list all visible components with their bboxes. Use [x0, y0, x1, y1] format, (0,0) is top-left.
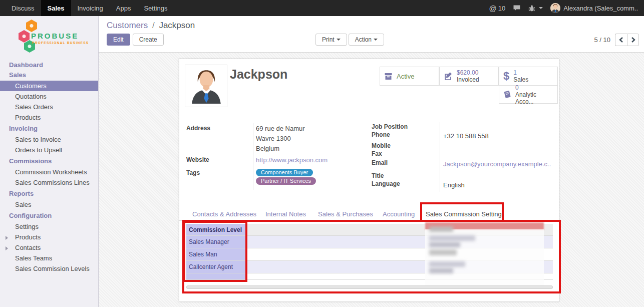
- debug-menu[interactable]: [528, 5, 543, 12]
- email-label: Email: [372, 159, 388, 166]
- top-navbar: Discuss Sales Invoicing Apps Settings @ …: [0, 0, 644, 16]
- menu-settings[interactable]: Settings: [137, 0, 174, 16]
- tag-components-buyer: Components Buyer: [256, 169, 313, 176]
- sidebar-item-products[interactable]: Products: [0, 112, 98, 123]
- record-title: Jackpson: [230, 67, 287, 82]
- sidebar-item-settings[interactable]: Settings: [0, 221, 98, 232]
- pager: 5 / 10: [594, 34, 639, 46]
- redacted-blob: [429, 268, 453, 273]
- analytic-count: 0: [515, 84, 553, 91]
- sidebar-item-sales-teams[interactable]: Sales Teams: [0, 253, 98, 263]
- email-link[interactable]: Jackpson@yourcompany.example.c..: [443, 160, 551, 168]
- print-dropdown-button[interactable]: Print: [315, 34, 347, 46]
- commission-level-cell[interactable]: Callcenter Agent: [186, 261, 245, 273]
- sidebar-item-config-contacts[interactable]: Contacts: [0, 242, 98, 253]
- tab-sales-commission-setting[interactable]: Sales Commission Setting: [426, 210, 502, 218]
- address-line-3: Belgium: [256, 145, 279, 152]
- commission-level-cell[interactable]: Sales Man: [186, 248, 245, 260]
- invoiced-stat-button[interactable]: $620.00 Invoiced: [439, 67, 499, 86]
- sidebar-header-invoicing[interactable]: Invoicing: [0, 123, 98, 134]
- action-dropdown-button[interactable]: Action: [349, 34, 384, 46]
- sidebar-item-quotations[interactable]: Quotations: [0, 91, 98, 102]
- sidebar-item-sales-orders[interactable]: Sales Orders: [0, 102, 98, 112]
- control-panel: Customers / Jackpson Edit Create Print A…: [99, 16, 644, 53]
- menu-discuss[interactable]: Discuss: [5, 0, 41, 16]
- tab-contacts-addresses[interactable]: Contacts & Addresses: [192, 210, 256, 218]
- sidebar-item-customers[interactable]: Customers: [0, 81, 98, 91]
- messages-icon[interactable]: [513, 5, 521, 12]
- redacted-values-region: [425, 229, 544, 285]
- commission-level-cell[interactable]: Sales Manager: [186, 236, 245, 248]
- sidebar-header-configuration[interactable]: Configuration: [0, 210, 98, 221]
- address-line-2: Wavre 1300: [256, 135, 291, 142]
- customer-form-sheet: Jackpson Active $620.00 Invoiced $ 1 Sal…: [179, 59, 559, 302]
- fax-label: Fax: [372, 150, 382, 157]
- analytic-accounts-stat-button[interactable]: 0 Analytic Acco...: [499, 85, 558, 104]
- chevron-right-icon: [6, 246, 8, 250]
- breadcrumb: Customers / Jackpson: [107, 21, 195, 31]
- logo-subtitle: PROFESSIONAL BUSINESS: [32, 41, 89, 45]
- tab-internal-notes[interactable]: Internal Notes: [265, 210, 306, 218]
- invoiced-amount: $620.00: [457, 69, 479, 76]
- menu-invoicing[interactable]: Invoicing: [71, 0, 110, 16]
- app-menu: Discuss Sales Invoicing Apps Settings: [0, 0, 174, 16]
- sidebar-item-sales-commission-levels[interactable]: Sales Commission Levels: [0, 263, 98, 274]
- tag-partner-it-services: Partner / IT Services: [256, 177, 316, 185]
- sales-count: 1: [513, 69, 528, 76]
- breadcrumb-customers-link[interactable]: Customers: [107, 21, 148, 30]
- job-position-label: Job Position: [372, 123, 408, 130]
- edit-pencil-icon: [444, 72, 453, 81]
- address-label: Address: [186, 125, 210, 132]
- pager-counter: 5 / 10: [594, 36, 610, 44]
- pager-previous-button[interactable]: [615, 34, 627, 46]
- mentions-counter[interactable]: @ 10: [489, 4, 505, 13]
- redacted-blob: [429, 242, 460, 247]
- businessman-avatar-image: [187, 67, 226, 106]
- caret-down-icon: [337, 39, 341, 41]
- book-icon: [503, 90, 511, 99]
- tab-accounting[interactable]: Accounting: [383, 210, 415, 218]
- active-stat-button[interactable]: Active: [380, 67, 439, 86]
- field-group-divider: [440, 122, 440, 192]
- redacted-blob: [429, 226, 453, 232]
- logo-title: PROBUSE: [31, 32, 79, 40]
- sidebar-header-reports[interactable]: Reports: [0, 188, 98, 199]
- sidebar-header-dashboard[interactable]: Dashboard: [0, 59, 98, 71]
- chevron-right-icon: [630, 37, 636, 43]
- phone-value: +32 10 588 558: [443, 132, 489, 140]
- sales-stat-button[interactable]: $ 1 Sales: [499, 67, 558, 86]
- sidebar-item-sales-commissions-lines[interactable]: Sales Commissions Lines: [0, 177, 98, 188]
- user-avatar: [550, 3, 560, 13]
- redacted-blob: [429, 249, 457, 255]
- redacted-blob: [429, 261, 465, 267]
- caret-down-icon: [539, 7, 543, 9]
- column-header-commission-level[interactable]: Commission Level: [186, 224, 245, 235]
- sidebar: PROBUSE PROFESSIONAL BUSINESS Dashboard …: [0, 16, 99, 307]
- redacted-blob: [429, 235, 475, 241]
- address-line-1: 69 rue de Namur: [256, 125, 305, 132]
- sidebar-item-sales-to-invoice[interactable]: Sales to Invoice: [0, 134, 98, 145]
- table-scrollbar-track[interactable]: [186, 285, 553, 289]
- customer-photo[interactable]: [185, 65, 227, 107]
- menu-apps[interactable]: Apps: [110, 0, 138, 16]
- tabs-divider: [179, 220, 559, 221]
- sidebar-item-config-products[interactable]: Products: [0, 232, 98, 242]
- pager-next-button[interactable]: [627, 34, 639, 46]
- app-window: Discuss Sales Invoicing Apps Settings @ …: [0, 0, 644, 307]
- create-button[interactable]: Create: [133, 34, 164, 46]
- commission-level-cell: [186, 273, 245, 279]
- website-link[interactable]: http://www.jackpson.com: [256, 156, 328, 164]
- sidebar-item-orders-to-upsell[interactable]: Orders to Upsell: [0, 145, 98, 155]
- language-label: Language: [372, 180, 400, 187]
- edit-button[interactable]: Edit: [107, 34, 130, 46]
- sidebar-item-commission-worksheets[interactable]: Commission Worksheets: [0, 167, 98, 177]
- sidebar-header-commissions[interactable]: Commissions: [0, 155, 98, 167]
- user-menu[interactable]: Alexandra (Sales_comm..: [550, 3, 638, 13]
- sidebar-header-sales[interactable]: Sales: [0, 71, 98, 81]
- probuse-logo[interactable]: PROBUSE PROFESSIONAL BUSINESS: [0, 16, 98, 59]
- menu-sales[interactable]: Sales: [41, 0, 71, 16]
- mobile-label: Mobile: [372, 142, 391, 149]
- tab-sales-purchases[interactable]: Sales & Purchases: [318, 210, 373, 218]
- mention-count: 10: [498, 5, 505, 12]
- sidebar-item-reports-sales[interactable]: Sales: [0, 199, 98, 210]
